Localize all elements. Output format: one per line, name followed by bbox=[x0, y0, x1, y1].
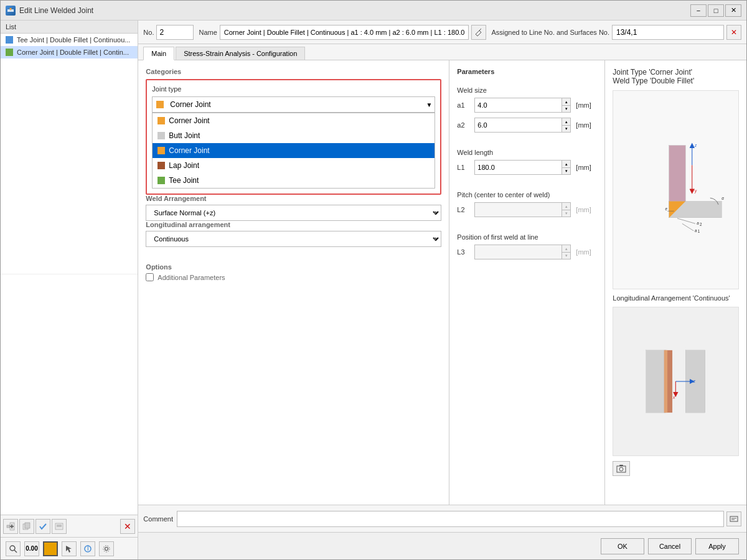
no-section: No. 2 bbox=[143, 25, 194, 40]
svg-rect-48 bbox=[730, 516, 738, 521]
option-label-2: Butt Joint bbox=[169, 131, 200, 140]
minimize-button[interactable]: − bbox=[690, 4, 707, 17]
no-value: 2 bbox=[159, 28, 164, 37]
joint-type-list: Corner Joint Butt Joint Corner Joint bbox=[152, 113, 435, 189]
categories-section: Categories Joint type Corner Joint ▼ bbox=[146, 68, 441, 247]
apply-button[interactable]: Apply bbox=[695, 538, 739, 554]
a1-input[interactable] bbox=[475, 101, 561, 109]
comment-input[interactable] bbox=[177, 511, 724, 527]
L1-input[interactable] bbox=[475, 164, 561, 171]
a1-spin-up[interactable]: ▴ bbox=[561, 98, 570, 105]
screenshot-section bbox=[613, 461, 739, 476]
additional-params-row: Additional Parameters bbox=[146, 273, 441, 281]
close-button[interactable]: ✕ bbox=[725, 4, 741, 17]
color-button[interactable] bbox=[43, 541, 58, 556]
additional-params-label[interactable]: Additional Parameters bbox=[157, 274, 225, 281]
option-corner-joint-2[interactable]: Corner Joint bbox=[153, 143, 435, 158]
L3-row: L3 ▴ ▾ [mm] bbox=[457, 245, 597, 259]
cursor-button[interactable] bbox=[62, 541, 77, 556]
weld-size-title: Weld size bbox=[457, 86, 597, 94]
info-bar: No. 2 Name Corner Joint | Double Fillet … bbox=[138, 21, 746, 44]
item-color-2 bbox=[6, 49, 13, 56]
search-button[interactable] bbox=[6, 541, 21, 556]
L1-spinners: ▴ ▾ bbox=[561, 161, 570, 174]
item-color-1 bbox=[6, 36, 13, 44]
a2-input[interactable] bbox=[475, 121, 561, 129]
list-item-2[interactable]: Corner Joint | Double Fillet | Contin... bbox=[1, 46, 138, 58]
comment-expand-button[interactable] bbox=[726, 511, 741, 526]
svg-marker-13 bbox=[66, 546, 72, 553]
a1-unit: [mm] bbox=[576, 101, 597, 109]
title-bar-left: Edit Line Welded Joint bbox=[6, 6, 93, 16]
selected-color-swatch bbox=[156, 101, 164, 108]
longitudinal-select[interactable]: Continuous Intermittent bbox=[146, 231, 441, 247]
list-item[interactable]: Tee Joint | Double Fillet | Continuou... bbox=[1, 34, 138, 46]
L3-spinners: ▴ ▾ bbox=[561, 245, 570, 259]
joint-type-preview-title: Joint Type 'Corner Joint' Weld Type 'Dou… bbox=[613, 68, 739, 85]
settings-button[interactable] bbox=[99, 541, 114, 556]
a2-spin-up[interactable]: ▴ bbox=[561, 118, 570, 125]
L2-unit: [mm] bbox=[576, 206, 597, 213]
longitudinal-wrapper[interactable]: Continuous Intermittent bbox=[146, 231, 441, 247]
clear-assigned-button[interactable]: ✕ bbox=[726, 25, 741, 40]
info-button[interactable]: i bbox=[80, 541, 95, 556]
option-color-3 bbox=[157, 147, 165, 154]
L1-spin-up[interactable]: ▴ bbox=[561, 161, 570, 167]
additional-params-checkbox[interactable] bbox=[146, 273, 154, 281]
weld-size-group: Weld size a1 ▴ ▾ [mm] bbox=[457, 86, 597, 138]
option-label-5: Tee Joint bbox=[169, 176, 199, 185]
delete-item-button[interactable]: ✕ bbox=[120, 519, 135, 534]
export-button[interactable] bbox=[52, 519, 67, 534]
list-item-text-1: Tee Joint | Double Fillet | Continuou... bbox=[17, 36, 130, 44]
weld-arrangement-select[interactable]: Surface Normal (+z) Surface Normal (-z) … bbox=[146, 205, 441, 221]
a2-input-box: ▴ ▾ bbox=[474, 118, 571, 133]
maximize-button[interactable]: □ bbox=[708, 4, 724, 17]
L1-spin-down[interactable]: ▾ bbox=[561, 167, 570, 174]
option-corner-joint-1[interactable]: Corner Joint bbox=[153, 113, 435, 128]
right-panel: No. 2 Name Corner Joint | Double Fillet … bbox=[138, 21, 746, 559]
option-tee-joint[interactable]: Tee Joint bbox=[153, 173, 435, 188]
title-controls: − □ ✕ bbox=[690, 4, 741, 17]
params-title: Parameters bbox=[457, 68, 597, 75]
categories-title: Categories bbox=[146, 68, 441, 75]
tab-main[interactable]: Main bbox=[143, 47, 174, 60]
screenshot-button[interactable] bbox=[613, 461, 630, 476]
svg-rect-7 bbox=[25, 523, 30, 528]
L2-spin-up: ▴ bbox=[561, 203, 570, 210]
value-button[interactable]: 0.00 bbox=[24, 541, 39, 556]
joint-type-header: Joint type bbox=[152, 85, 435, 93]
L2-input-box: ▴ ▾ bbox=[474, 202, 571, 217]
cancel-button[interactable]: Cancel bbox=[648, 538, 692, 554]
name-value-box: Corner Joint | Double Fillet | Continuou… bbox=[220, 25, 469, 40]
tabs: Main Stress-Strain Analysis - Configurat… bbox=[138, 44, 746, 60]
option-butt-joint[interactable]: Butt Joint bbox=[153, 128, 435, 143]
add-item-button[interactable] bbox=[3, 519, 18, 534]
svg-rect-47 bbox=[619, 465, 623, 466]
L3-input-box: ▴ ▾ bbox=[474, 245, 571, 259]
joint-type-selected[interactable]: Corner Joint ▼ bbox=[152, 96, 435, 113]
option-color-2 bbox=[157, 132, 165, 139]
tab-stress[interactable]: Stress-Strain Analysis - Configuration bbox=[176, 47, 305, 60]
weld-type-label: Weld Type 'Double Fillet' bbox=[613, 77, 694, 85]
check-button[interactable] bbox=[35, 519, 50, 534]
joint-type-label: Joint Type 'Corner Joint' bbox=[613, 68, 692, 77]
a1-spin-down[interactable]: ▾ bbox=[561, 105, 570, 112]
weld-arrangement-wrapper[interactable]: Surface Normal (+z) Surface Normal (-z) … bbox=[146, 205, 441, 221]
a2-row: a2 ▴ ▾ [mm] bbox=[457, 118, 597, 133]
duplicate-item-button[interactable] bbox=[19, 519, 34, 534]
joint-type-dropdown[interactable]: Corner Joint ▼ Corner Joint bbox=[152, 96, 435, 189]
longitudinal-section: Longitudinal arrangement Continuous Inte… bbox=[146, 221, 441, 247]
ok-button[interactable]: OK bbox=[601, 538, 644, 554]
L3-unit: [mm] bbox=[576, 248, 597, 256]
name-section: Name Corner Joint | Double Fillet | Cont… bbox=[199, 25, 486, 40]
svg-line-12 bbox=[14, 550, 17, 553]
option-lap-joint[interactable]: Lap Joint bbox=[153, 158, 435, 173]
joint-type-section: Joint type Corner Joint ▼ bbox=[146, 79, 441, 195]
a2-spin-down[interactable]: ▾ bbox=[561, 125, 570, 132]
list-item-text-2: Corner Joint | Double Fillet | Contin... bbox=[17, 49, 129, 56]
svg-point-16 bbox=[105, 547, 108, 550]
edit-name-button[interactable] bbox=[471, 25, 486, 40]
a1-spinners: ▴ ▾ bbox=[561, 98, 570, 112]
svg-rect-40 bbox=[664, 350, 667, 413]
options-title: Options bbox=[146, 263, 441, 271]
